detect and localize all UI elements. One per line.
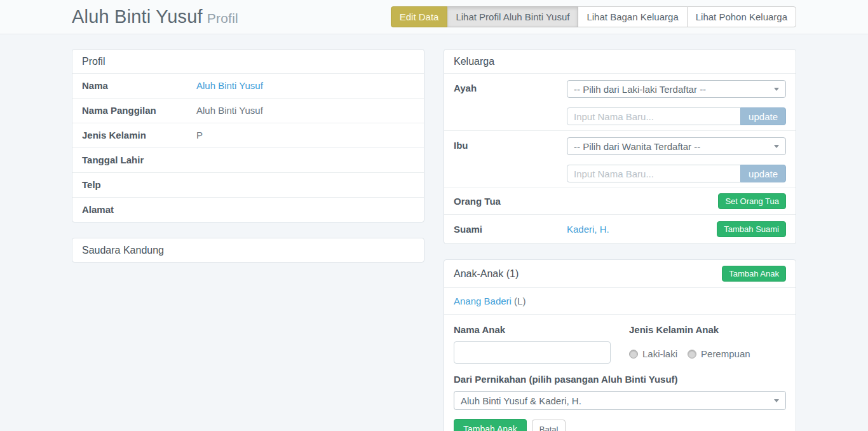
profil-panel: Profil Nama Aluh Binti Yusuf Nama Panggi… xyxy=(72,49,424,222)
view-tab-group: Edit Data Lihat Profil Aluh Binti Yusuf … xyxy=(391,6,796,27)
radio-option-perempuan[interactable]: Perempuan xyxy=(688,348,750,359)
nama-anak-input[interactable] xyxy=(454,341,611,364)
page-subtitle: Profil xyxy=(207,11,238,25)
radio-laki-laki-label: Laki-laki xyxy=(642,348,677,359)
saudara-kandung-heading: Saudara Kandung xyxy=(72,238,424,262)
profil-value-nama-panggilan: Aluh Binti Yusuf xyxy=(196,105,414,116)
profil-value-jenis-kelamin: P xyxy=(196,130,414,140)
child-list-item: Anang Baderi (L) xyxy=(444,287,796,314)
tambah-anak-header-button[interactable]: Tambah Anak xyxy=(722,266,786,282)
tambah-anak-submit-button[interactable]: Tambah Anak xyxy=(454,419,527,431)
profil-panel-heading: Profil xyxy=(72,50,424,73)
child-gender: (L) xyxy=(514,296,526,306)
profil-label-nama-panggilan: Nama Panggilan xyxy=(82,105,196,116)
anak-anak-title: Anak-Anak (1) xyxy=(454,268,519,280)
nama-anak-label: Nama Anak xyxy=(454,324,611,335)
radio-button-icon[interactable] xyxy=(688,350,696,359)
chevron-down-icon xyxy=(774,88,779,91)
tab-lihat-bagan-keluarga[interactable]: Lihat Bagan Keluarga xyxy=(578,6,687,27)
tambah-suami-button[interactable]: Tambah Suami xyxy=(717,221,786,237)
tab-lihat-profil[interactable]: Lihat Profil Aluh Binti Yusuf xyxy=(447,6,578,27)
jenis-kelamin-anak-label: Jenis Kelamin Anak xyxy=(629,324,786,335)
saudara-kandung-panel: Saudara Kandung xyxy=(72,238,424,263)
keluarga-panel: Keluarga Ayah -- Pilih dari Laki-laki Te… xyxy=(444,49,796,244)
suami-label: Suami xyxy=(454,224,567,235)
keluarga-row-suami: Suami Kaderi, H. Tambah Suami xyxy=(444,214,796,243)
set-orang-tua-button[interactable]: Set Orang Tua xyxy=(718,193,786,209)
ibu-nama-baru-input[interactable] xyxy=(567,165,741,182)
person-name: Aluh Binti Yusuf xyxy=(72,6,203,27)
radio-button-icon[interactable] xyxy=(629,350,638,359)
batal-button[interactable]: Batal xyxy=(532,420,566,431)
ibu-select-value: -- Pilih dari Wanita Terdaftar -- xyxy=(574,141,700,152)
ibu-update-button[interactable]: update xyxy=(740,165,786,182)
keluarga-row-orang-tua: Orang Tua Set Orang Tua xyxy=(444,188,796,214)
right-column: Keluarga Ayah -- Pilih dari Laki-laki Te… xyxy=(444,49,796,431)
radio-option-laki-laki[interactable]: Laki-laki xyxy=(629,348,677,359)
suami-link[interactable]: Kaderi, H. xyxy=(567,224,609,235)
profil-label-telp: Telp xyxy=(82,179,196,190)
pernikahan-select[interactable]: Aluh Binti Yusuf & Kaderi, H. xyxy=(454,391,786,410)
profil-row-alamat: Alamat xyxy=(72,197,424,222)
orang-tua-label: Orang Tua xyxy=(454,196,567,207)
keluarga-panel-heading: Keluarga xyxy=(444,50,796,73)
ayah-select-value: -- Pilih dari Laki-laki Terdaftar -- xyxy=(574,84,706,95)
pernikahan-select-value: Aluh Binti Yusuf & Kaderi, H. xyxy=(461,395,581,406)
ayah-label: Ayah xyxy=(454,80,567,125)
profil-label-nama: Nama xyxy=(82,80,196,91)
profil-label-alamat: Alamat xyxy=(82,204,196,215)
ayah-update-button[interactable]: update xyxy=(740,107,786,125)
profil-label-tanggal-lahir: Tanggal Lahir xyxy=(82,154,196,165)
tambah-anak-form: Nama Anak Jenis Kelamin Anak Laki-laki xyxy=(444,314,796,431)
child-link[interactable]: Anang Baderi xyxy=(454,296,512,306)
chevron-down-icon xyxy=(774,145,779,148)
profil-row-nama-panggilan: Nama Panggilan Aluh Binti Yusuf xyxy=(72,98,424,123)
ibu-label: Ibu xyxy=(454,137,567,182)
anak-anak-heading: Anak-Anak (1) Tambah Anak xyxy=(444,260,796,287)
ibu-select[interactable]: -- Pilih dari Wanita Terdaftar -- xyxy=(567,137,786,155)
page-title: Aluh Binti YusufProfil xyxy=(72,6,238,27)
chevron-down-icon xyxy=(774,399,779,402)
keluarga-row-ibu: Ibu -- Pilih dari Wanita Terdaftar -- up… xyxy=(444,130,796,188)
profil-label-jenis-kelamin: Jenis Kelamin xyxy=(82,130,196,140)
profil-row-telp: Telp xyxy=(72,172,424,197)
keluarga-row-ayah: Ayah -- Pilih dari Laki-laki Terdaftar -… xyxy=(444,73,796,130)
ayah-select[interactable]: -- Pilih dari Laki-laki Terdaftar -- xyxy=(567,80,786,98)
profil-nama-link[interactable]: Aluh Binti Yusuf xyxy=(196,80,263,91)
dari-pernikahan-label: Dari Pernikahan (pilih pasangan Aluh Bin… xyxy=(454,374,786,385)
left-column: Profil Nama Aluh Binti Yusuf Nama Panggi… xyxy=(72,49,424,431)
radio-perempuan-label: Perempuan xyxy=(701,348,750,359)
tab-edit-data[interactable]: Edit Data xyxy=(391,6,448,27)
tab-lihat-pohon-keluarga[interactable]: Lihat Pohon Keluarga xyxy=(687,6,796,27)
profil-row-jenis-kelamin: Jenis Kelamin P xyxy=(72,123,424,147)
page-header: Aluh Binti YusufProfil Edit Data Lihat P… xyxy=(0,0,868,34)
ayah-nama-baru-input[interactable] xyxy=(567,107,741,125)
anak-anak-panel: Anak-Anak (1) Tambah Anak Anang Baderi (… xyxy=(444,259,796,431)
profil-row-nama: Nama Aluh Binti Yusuf xyxy=(72,73,424,98)
profil-row-tanggal-lahir: Tanggal Lahir xyxy=(72,147,424,172)
